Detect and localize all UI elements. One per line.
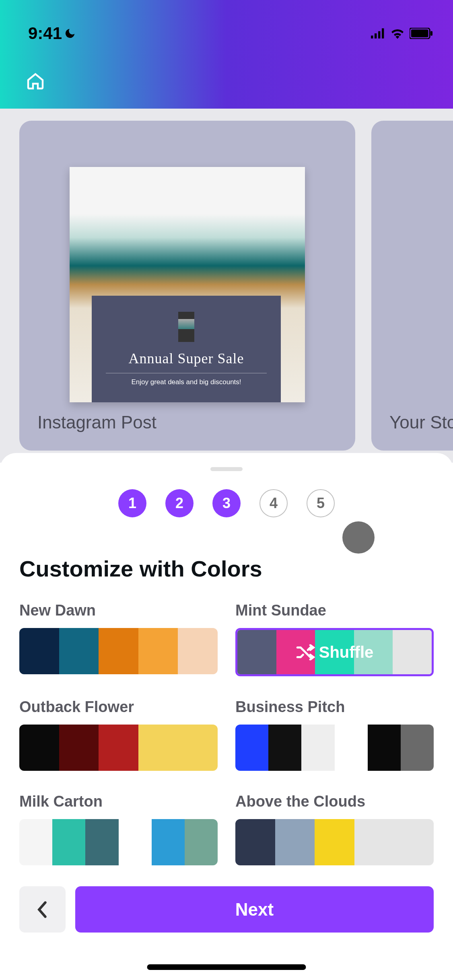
swatch <box>235 819 275 865</box>
indicator-dot <box>342 521 375 554</box>
swatch <box>138 628 178 674</box>
template-overlay: Annual Super Sale Enjoy great deals and … <box>92 296 281 402</box>
palette-milk-carton[interactable]: Milk Carton <box>19 793 218 865</box>
step-1[interactable]: 1 <box>118 489 146 517</box>
template-subtitle: Enjoy great deals and big discounts! <box>131 378 241 386</box>
svg-rect-0 <box>371 35 373 38</box>
swatch <box>394 819 434 865</box>
chevron-left-icon <box>35 901 50 918</box>
swatch <box>368 725 401 771</box>
swatch <box>401 725 434 771</box>
battery-icon <box>410 28 433 39</box>
signal-icon <box>371 28 385 39</box>
swatch <box>52 819 85 865</box>
moon-icon <box>64 27 76 39</box>
swatch <box>99 725 138 771</box>
next-button[interactable]: Next <box>75 886 434 933</box>
step-3[interactable]: 3 <box>212 489 241 517</box>
svg-rect-5 <box>411 29 428 37</box>
swatch <box>59 725 99 771</box>
swatch <box>235 725 268 771</box>
template-card-instagram[interactable]: Annual Super Sale Enjoy great deals and … <box>19 121 355 451</box>
home-indicator[interactable] <box>147 964 306 970</box>
swatch <box>185 819 218 865</box>
shuffle-button[interactable]: Shuffle <box>296 643 374 661</box>
template-label: Instagram Post <box>37 412 156 432</box>
palette-name: Business Pitch <box>235 698 434 716</box>
templates-carousel[interactable]: Annual Super Sale Enjoy great deals and … <box>0 109 453 463</box>
sheet-title: Customize with Colors <box>0 533 453 602</box>
palette-swatches[interactable] <box>19 725 218 771</box>
swatch <box>237 630 276 674</box>
home-button[interactable] <box>24 70 47 93</box>
home-icon <box>26 72 45 91</box>
app-header: 9:41 <box>0 0 453 109</box>
template-image: Annual Super Sale Enjoy great deals and … <box>70 167 305 402</box>
palette-swatches[interactable] <box>19 819 218 865</box>
svg-rect-1 <box>375 33 377 39</box>
swatch <box>301 725 334 771</box>
step-5[interactable]: 5 <box>307 489 335 517</box>
palette-mint-sundae[interactable]: Mint SundaeShuffle <box>235 602 434 676</box>
palette-swatches[interactable] <box>235 725 434 771</box>
palette-business-pitch[interactable]: Business Pitch <box>235 698 434 771</box>
palette-outback-flower[interactable]: Outback Flower <box>19 698 218 771</box>
back-button[interactable] <box>19 886 66 933</box>
template-title: Annual Super Sale <box>129 350 244 367</box>
swatch <box>138 725 178 771</box>
swatch <box>85 819 118 865</box>
palette-swatches[interactable] <box>19 628 218 674</box>
sheet-handle[interactable] <box>210 467 243 471</box>
shuffle-label: Shuffle <box>319 643 374 661</box>
shuffle-icon <box>296 644 315 660</box>
palette-name: Milk Carton <box>19 793 218 810</box>
palette-name: Mint Sundae <box>235 602 434 619</box>
swatch <box>275 819 315 865</box>
time-text: 9:41 <box>28 24 62 43</box>
divider <box>106 373 267 373</box>
template-thumb-icon <box>178 312 194 342</box>
palette-above-the-clouds[interactable]: Above the Clouds <box>235 793 434 865</box>
swatch <box>19 725 59 771</box>
palette-name: Outback Flower <box>19 698 218 716</box>
swatch <box>59 628 99 674</box>
template-label: Your Sto <box>389 412 453 432</box>
status-bar: 9:41 <box>0 0 453 48</box>
swatch <box>354 819 394 865</box>
bottom-sheet: 1 2 3 4 5 Customize with Colors New Dawn… <box>0 453 453 980</box>
step-indicator: 1 2 3 4 5 <box>0 489 453 517</box>
step-4[interactable]: 4 <box>259 489 288 517</box>
swatch <box>119 819 152 865</box>
swatch <box>393 630 432 674</box>
palette-swatches[interactable] <box>235 819 434 865</box>
palette-grid: New DawnMint SundaeShuffleOutback Flower… <box>0 602 453 865</box>
template-card-story[interactable]: Your Sto <box>371 121 453 451</box>
swatch <box>19 819 52 865</box>
svg-rect-6 <box>430 31 432 36</box>
step-2[interactable]: 2 <box>165 489 194 517</box>
wifi-icon <box>390 28 405 39</box>
swatch <box>335 725 368 771</box>
status-time: 9:41 <box>28 24 76 43</box>
palette-new-dawn[interactable]: New Dawn <box>19 602 218 676</box>
swatch <box>178 725 218 771</box>
palette-swatches[interactable]: Shuffle <box>235 628 434 676</box>
palette-name: Above the Clouds <box>235 793 434 810</box>
template-preview: Annual Super Sale Enjoy great deals and … <box>70 167 305 402</box>
svg-rect-2 <box>378 31 380 38</box>
swatch <box>268 725 301 771</box>
swatch <box>99 628 138 674</box>
swatch <box>19 628 59 674</box>
status-icons <box>371 28 433 39</box>
palette-name: New Dawn <box>19 602 218 619</box>
swatch <box>178 628 218 674</box>
swatch <box>315 819 354 865</box>
svg-rect-3 <box>382 28 384 38</box>
swatch <box>152 819 185 865</box>
